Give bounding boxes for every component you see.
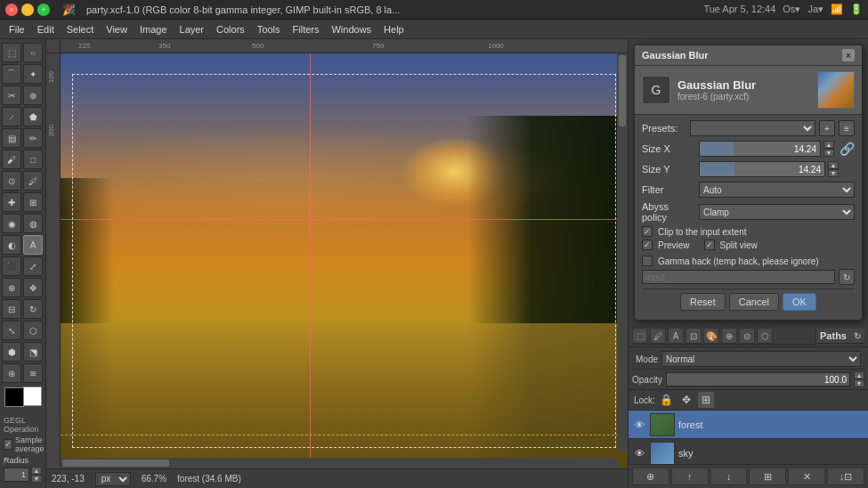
tool-pencil[interactable]: ✏ <box>23 128 43 148</box>
qi-5[interactable]: 🎨 <box>703 328 719 344</box>
opacity-down[interactable]: ▼ <box>854 379 864 387</box>
canvas-viewport[interactable] <box>61 53 628 468</box>
tool-clone[interactable]: ⊞ <box>23 192 43 212</box>
chain-link-icon[interactable]: 🔗 <box>840 142 855 156</box>
kb-indicator[interactable]: Ja▾ <box>807 4 823 15</box>
tool-cage[interactable]: ⊛ <box>2 363 21 383</box>
tool-gradient[interactable]: ▤ <box>2 128 21 148</box>
lock-position-btn[interactable]: ✥ <box>678 392 694 408</box>
foreground-color[interactable] <box>4 387 24 407</box>
filter-select[interactable]: Auto IIR RLE <box>699 182 855 198</box>
tool-color-picker[interactable]: ⬛ <box>2 256 21 276</box>
tool-fuzzy-select[interactable]: ✦ <box>23 64 43 84</box>
clip-checkbox[interactable] <box>642 226 653 237</box>
qi-4[interactable]: ⊡ <box>685 328 702 344</box>
h-scrollbar-thumb[interactable] <box>62 460 169 467</box>
tool-airbrush[interactable]: ⊙ <box>2 171 21 191</box>
input-field[interactable] <box>642 270 835 284</box>
radius-up[interactable]: ▲ <box>31 467 42 475</box>
layer-item-sky[interactable]: 👁 sky <box>629 439 868 464</box>
opacity-up[interactable]: ▲ <box>854 371 864 379</box>
size-y-spinner[interactable]: ▲ ▼ <box>828 161 839 177</box>
opacity-spinner[interactable]: ▲ ▼ <box>854 371 864 387</box>
add-preset-btn[interactable]: + <box>819 120 835 136</box>
size-x-slider[interactable]: 14.24 <box>699 141 821 157</box>
radius-spinner[interactable]: ▲ ▼ <box>31 467 42 483</box>
unit-select[interactable]: px in cm <box>95 472 131 486</box>
menu-layer[interactable]: Layer <box>174 22 210 37</box>
tool-warp[interactable]: ≋ <box>23 363 43 383</box>
os-indicator[interactable]: Os▾ <box>783 4 800 15</box>
qi-8[interactable]: ⬡ <box>757 328 773 344</box>
lower-layer-btn[interactable]: ↓ <box>710 468 748 485</box>
menu-windows[interactable]: Windows <box>326 22 377 37</box>
paths-refresh-icon[interactable]: ↻ <box>854 331 861 341</box>
qi-1[interactable]: ⬚ <box>632 328 648 344</box>
minimize-btn[interactable]: − <box>21 4 34 16</box>
tool-flip[interactable]: ⬔ <box>23 342 43 362</box>
tool-measure[interactable]: ⤢ <box>23 256 43 276</box>
menu-select[interactable]: Select <box>61 22 100 37</box>
tool-blur[interactable]: ◉ <box>2 214 21 233</box>
tool-rotate[interactable]: ↻ <box>23 299 43 319</box>
qi-3[interactable]: A <box>668 328 684 344</box>
tool-ink[interactable]: 🖊 <box>23 171 43 191</box>
cancel-button[interactable]: Cancel <box>729 293 779 311</box>
reset-button[interactable]: Reset <box>680 293 726 311</box>
maximize-btn[interactable]: + <box>37 4 50 16</box>
dialog-close-button[interactable]: × <box>842 49 855 61</box>
tool-paint-bucket[interactable]: ⬟ <box>23 107 43 126</box>
sample-avg-checkbox[interactable] <box>4 439 12 450</box>
menu-view[interactable]: View <box>101 22 133 37</box>
presets-select[interactable] <box>690 120 815 136</box>
export-layer-btn[interactable]: ↓⊡ <box>827 468 864 485</box>
size-x-up[interactable]: ▲ <box>823 141 834 149</box>
layer-forest-visibility[interactable]: 👁 <box>632 418 646 432</box>
delete-layer-btn[interactable]: ✕ <box>788 468 825 485</box>
lock-pixels-btn[interactable]: 🔒 <box>659 392 675 408</box>
size-x-spinner[interactable]: ▲ ▼ <box>823 141 834 157</box>
size-y-slider[interactable]: 14.24 <box>699 161 825 177</box>
tool-heal[interactable]: ✚ <box>2 192 21 212</box>
size-y-up[interactable]: ▲ <box>828 161 839 169</box>
tool-shear[interactable]: ⬡ <box>23 321 43 340</box>
tool-text[interactable]: A <box>23 235 43 255</box>
layer-item-forest[interactable]: 👁 forest <box>629 411 868 439</box>
ok-button[interactable]: OK <box>783 293 816 311</box>
menu-tools[interactable]: Tools <box>252 22 286 37</box>
tool-zoom[interactable]: ⊕ <box>2 278 21 297</box>
split-view-checkbox[interactable] <box>704 240 715 250</box>
tool-perspective[interactable]: ⬢ <box>2 342 21 362</box>
menu-image[interactable]: Image <box>134 22 173 37</box>
radius-slider[interactable]: 1 <box>4 468 29 482</box>
menu-help[interactable]: Help <box>378 22 410 37</box>
raise-layer-btn[interactable]: ↑ <box>671 468 709 485</box>
window-controls[interactable]: × − + <box>5 4 50 16</box>
tool-scissors[interactable]: ✂ <box>2 85 21 105</box>
opacity-slider[interactable]: 100.0 <box>666 372 850 386</box>
tool-eraser[interactable]: □ <box>23 150 43 169</box>
close-btn[interactable]: × <box>5 4 18 16</box>
abyss-select[interactable]: Clamp None Loop <box>699 204 855 220</box>
tool-paths[interactable]: ⟋ <box>2 107 21 126</box>
preview-checkbox[interactable] <box>642 240 653 250</box>
refresh-btn[interactable]: ↻ <box>839 269 855 285</box>
qi-6[interactable]: ⊕ <box>721 328 737 344</box>
tool-dodge[interactable]: ◐ <box>2 235 21 255</box>
tool-move[interactable]: ✥ <box>23 278 43 297</box>
menu-edit[interactable]: Edit <box>32 22 60 37</box>
new-layer-btn[interactable]: ⊕ <box>632 468 669 485</box>
qi-7[interactable]: ⊙ <box>739 328 755 344</box>
tool-free-select[interactable]: ⌒ <box>2 64 21 84</box>
tool-fg-select[interactable]: ⊕ <box>23 85 43 105</box>
tool-ellipse-select[interactable]: ○ <box>23 43 43 62</box>
v-scrollbar-thumb[interactable] <box>619 55 626 126</box>
menu-filters[interactable]: Filters <box>288 22 325 37</box>
menu-colors[interactable]: Colors <box>211 22 250 37</box>
h-scrollbar[interactable] <box>61 458 617 468</box>
tool-scale[interactable]: ⤡ <box>2 321 21 340</box>
tool-paintbrush[interactable]: 🖌 <box>2 150 21 169</box>
size-y-down[interactable]: ▼ <box>828 169 839 177</box>
gamma-checkbox[interactable] <box>642 256 653 266</box>
radius-down[interactable]: ▼ <box>31 475 42 483</box>
